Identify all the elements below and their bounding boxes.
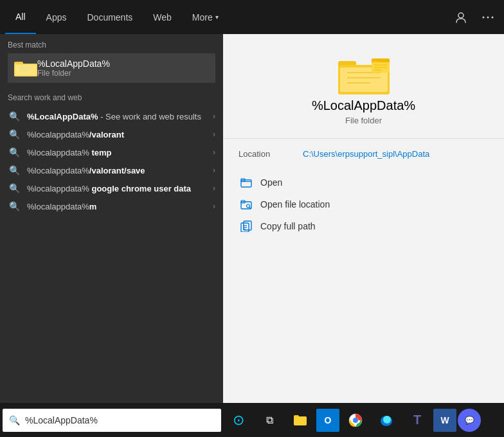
best-match-label: Best match [8,40,215,49]
best-match-subtitle: File folder [37,69,110,78]
list-item[interactable]: 🔍 %localappdata%/valorant › [0,125,223,143]
taskbar: 🔍 %LocalAppData% ⊙ ⧉ O [0,403,504,437]
tab-more[interactable]: More ▾ [182,0,229,34]
open-action[interactable]: Open [239,172,489,193]
taskbar-search-text: %LocalAppData% [25,415,98,425]
chevron-right-icon: › [213,202,215,211]
list-item[interactable]: 🔍 %localappdata% temp › [0,143,223,161]
chevron-right-icon: › [213,184,215,193]
svg-rect-7 [15,65,36,75]
edge-icon[interactable] [372,403,401,437]
svg-point-3 [492,16,494,18]
item-text: %localappdata%/valorant/save [27,166,213,175]
best-match-title: %LocalAppData% [37,58,110,69]
search-web-label: Search work and web [8,93,215,102]
location-label: Location [239,149,303,159]
search-results-list: 🔍 %LocalAppData% - See work and web resu… [0,107,223,215]
file-explorer-icon[interactable] [285,403,315,437]
chevron-right-icon: › [213,148,215,157]
right-panel: %LocalAppData% File folder Location C:\U… [223,34,504,437]
result-title: %LocalAppData% [312,98,415,113]
folder-open-icon [239,177,254,188]
open-label: Open [260,177,282,188]
item-text: %localappdata%/valorant [27,130,213,139]
chevron-right-icon: › [213,166,215,175]
teams-icon[interactable]: T [402,403,432,437]
list-item[interactable]: 🔍 %localappdata% google chrome user data… [0,179,223,197]
copy-full-path-label: Copy full path [260,221,316,231]
tab-documents[interactable]: Documents [76,0,143,34]
svg-point-2 [487,16,489,18]
open-file-location-action[interactable]: Open file location [239,193,489,215]
svg-point-0 [458,13,464,18]
item-text: %localappdata% temp [27,148,213,157]
item-text: %LocalAppData% - See work and web result… [27,112,213,121]
result-subtitle: File folder [345,116,382,125]
ellipsis-icon-button[interactable] [477,9,499,26]
ellipsis-icon [482,16,494,19]
svg-point-39 [353,418,358,423]
person-icon-button[interactable] [450,9,472,26]
taskbar-icons: ⊙ ⧉ O [224,403,481,437]
best-match-section: Best match %LocalAppData% File folder [0,34,223,87]
tab-web[interactable]: Web [143,0,182,34]
search-icon: 🔍 [8,129,21,139]
search-icon: 🔍 [8,201,21,211]
more-dropdown-icon: ▾ [215,13,219,21]
top-nav: All Apps Documents Web More ▾ [0,0,504,34]
nav-icons [450,9,499,26]
word-icon[interactable]: W [433,409,456,432]
svg-point-1 [483,16,485,18]
taskbar-search[interactable]: 🔍 %LocalAppData% [3,409,221,432]
discord-icon[interactable]: 💬 [458,409,481,432]
task-view-icon[interactable]: ⧉ [255,403,284,437]
list-item[interactable]: 🔍 %localappdata%m › [0,197,223,215]
chrome-icon[interactable] [341,403,370,437]
location-row: Location C:\Users\erpsupport_sipl\AppDat… [223,149,504,159]
outlook-icon[interactable]: O [316,409,339,432]
divider [223,138,504,139]
copy-full-path-action[interactable]: Copy full path [239,215,489,237]
taskbar-search-icon: 🔍 [9,415,20,425]
main-layout: Best match %LocalAppData% File folder [0,34,504,437]
chevron-right-icon: › [213,112,215,121]
copy-path-icon [239,220,254,232]
best-match-text: %LocalAppData% File folder [37,58,110,78]
open-file-location-label: Open file location [260,199,330,210]
chevron-right-icon: › [213,130,215,139]
svg-line-29 [249,208,251,209]
tab-all[interactable]: All [5,0,36,34]
action-list: Open Open file location [223,172,504,237]
folder-location-icon [239,199,254,210]
tab-apps[interactable]: Apps [36,0,77,34]
search-icon: 🔍 [8,147,21,157]
svg-rect-37 [294,416,307,425]
best-match-item[interactable]: %LocalAppData% File folder [8,53,215,83]
folder-icon-large [338,53,390,98]
person-icon [455,12,467,23]
search-icon: 🔍 [8,111,21,121]
svg-point-41 [383,416,391,424]
search-web-section: Search work and web [0,87,223,107]
folder-icon-small [14,58,37,78]
item-text: %localappdata%m [27,202,213,211]
search-icon: 🔍 [8,183,21,193]
search-icon: 🔍 [8,165,21,175]
list-item[interactable]: 🔍 %LocalAppData% - See work and web resu… [0,107,223,125]
left-panel: Best match %LocalAppData% File folder [0,34,223,437]
cortana-icon[interactable]: ⊙ [224,403,253,437]
location-value[interactable]: C:\Users\erpsupport_sipl\AppData [303,149,429,159]
item-text: %localappdata% google chrome user data [27,184,213,193]
list-item[interactable]: 🔍 %localappdata%/valorant/save › [0,161,223,179]
